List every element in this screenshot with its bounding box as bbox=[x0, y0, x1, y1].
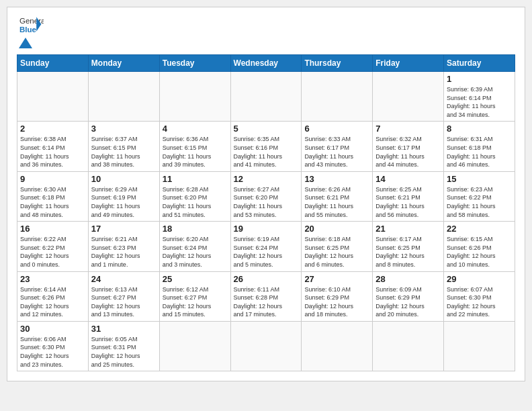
header-thursday: Thursday bbox=[302, 55, 373, 72]
calendar-cell: 13Sunrise: 6:26 AM Sunset: 6:21 PM Dayli… bbox=[302, 171, 373, 221]
calendar-cell: 10Sunrise: 6:29 AM Sunset: 6:19 PM Dayli… bbox=[88, 171, 159, 221]
day-number: 11 bbox=[163, 174, 228, 184]
calendar-cell: 23Sunrise: 6:14 AM Sunset: 6:26 PM Dayli… bbox=[17, 271, 89, 321]
day-info: Sunrise: 6:23 AM Sunset: 6:22 PM Dayligh… bbox=[447, 185, 512, 219]
day-number: 26 bbox=[234, 274, 299, 284]
day-info: Sunrise: 6:30 AM Sunset: 6:18 PM Dayligh… bbox=[20, 185, 85, 219]
day-number: 16 bbox=[20, 224, 85, 234]
day-info: Sunrise: 6:13 AM Sunset: 6:27 PM Dayligh… bbox=[91, 285, 157, 319]
day-info: Sunrise: 6:22 AM Sunset: 6:22 PM Dayligh… bbox=[20, 235, 85, 269]
calendar-cell: 24Sunrise: 6:13 AM Sunset: 6:27 PM Dayli… bbox=[88, 271, 159, 321]
day-info: Sunrise: 6:14 AM Sunset: 6:26 PM Dayligh… bbox=[20, 285, 85, 319]
calendar-cell: 6Sunrise: 6:33 AM Sunset: 6:17 PM Daylig… bbox=[302, 122, 373, 171]
day-info: Sunrise: 6:20 AM Sunset: 6:24 PM Dayligh… bbox=[163, 235, 228, 269]
calendar-cell: 16Sunrise: 6:22 AM Sunset: 6:22 PM Dayli… bbox=[17, 222, 89, 271]
day-number: 27 bbox=[304, 274, 369, 284]
day-info: Sunrise: 6:37 AM Sunset: 6:15 PM Dayligh… bbox=[91, 135, 157, 169]
day-info: Sunrise: 6:15 AM Sunset: 6:26 PM Dayligh… bbox=[447, 235, 512, 269]
calendar-cell: 12Sunrise: 6:27 AM Sunset: 6:20 PM Dayli… bbox=[230, 171, 302, 221]
day-number: 2 bbox=[20, 124, 85, 134]
calendar-cell: 31Sunrise: 6:05 AM Sunset: 6:31 PM Dayli… bbox=[88, 321, 159, 371]
calendar-cell: 17Sunrise: 6:21 AM Sunset: 6:23 PM Dayli… bbox=[88, 222, 159, 271]
calendar-cell bbox=[230, 321, 302, 371]
day-number: 15 bbox=[447, 174, 512, 184]
day-number: 1 bbox=[447, 74, 512, 84]
header-section: General Blue bbox=[17, 14, 515, 49]
day-number: 20 bbox=[304, 224, 369, 234]
calendar-cell: 27Sunrise: 6:10 AM Sunset: 6:29 PM Dayli… bbox=[302, 271, 373, 321]
calendar-cell bbox=[373, 321, 444, 371]
calendar-cell bbox=[302, 72, 373, 122]
calendar-cell: 30Sunrise: 6:06 AM Sunset: 6:30 PM Dayli… bbox=[17, 321, 89, 371]
day-info: Sunrise: 6:17 AM Sunset: 6:25 PM Dayligh… bbox=[375, 235, 441, 269]
calendar-cell: 14Sunrise: 6:25 AM Sunset: 6:21 PM Dayli… bbox=[373, 171, 444, 221]
day-number: 17 bbox=[91, 224, 157, 234]
calendar-cell: 25Sunrise: 6:12 AM Sunset: 6:27 PM Dayli… bbox=[159, 271, 230, 321]
calendar-cell: 2Sunrise: 6:38 AM Sunset: 6:14 PM Daylig… bbox=[17, 122, 89, 171]
calendar-cell: 20Sunrise: 6:18 AM Sunset: 6:25 PM Dayli… bbox=[302, 222, 373, 271]
calendar-cell bbox=[88, 72, 159, 122]
calendar-cell: 26Sunrise: 6:11 AM Sunset: 6:28 PM Dayli… bbox=[230, 271, 302, 321]
calendar-cell bbox=[159, 72, 230, 122]
svg-text:Blue: Blue bbox=[19, 26, 37, 34]
day-number: 12 bbox=[234, 174, 299, 184]
day-info: Sunrise: 6:09 AM Sunset: 6:29 PM Dayligh… bbox=[375, 285, 441, 319]
calendar-cell bbox=[17, 72, 89, 122]
calendar-cell: 1Sunrise: 6:39 AM Sunset: 6:14 PM Daylig… bbox=[444, 72, 515, 122]
day-number: 18 bbox=[163, 224, 228, 234]
calendar-cell: 29Sunrise: 6:07 AM Sunset: 6:30 PM Dayli… bbox=[444, 271, 515, 321]
calendar-cell: 11Sunrise: 6:28 AM Sunset: 6:20 PM Dayli… bbox=[159, 171, 230, 221]
day-number: 5 bbox=[234, 124, 299, 134]
day-number: 8 bbox=[447, 124, 512, 134]
day-info: Sunrise: 6:28 AM Sunset: 6:20 PM Dayligh… bbox=[163, 185, 228, 219]
calendar-cell: 3Sunrise: 6:37 AM Sunset: 6:15 PM Daylig… bbox=[88, 122, 159, 171]
day-info: Sunrise: 6:05 AM Sunset: 6:31 PM Dayligh… bbox=[91, 335, 157, 369]
logo-area: General Blue bbox=[17, 14, 44, 49]
header-monday: Monday bbox=[88, 55, 159, 72]
weekday-header-row: Sunday Monday Tuesday Wednesday Thursday… bbox=[17, 55, 515, 72]
calendar-cell bbox=[159, 321, 230, 371]
day-number: 13 bbox=[304, 174, 369, 184]
day-number: 24 bbox=[91, 274, 157, 284]
day-number: 28 bbox=[375, 274, 441, 284]
calendar-cell: 9Sunrise: 6:30 AM Sunset: 6:18 PM Daylig… bbox=[17, 171, 89, 221]
calendar-cell: 7Sunrise: 6:32 AM Sunset: 6:17 PM Daylig… bbox=[373, 122, 444, 171]
header-wednesday: Wednesday bbox=[230, 55, 302, 72]
day-info: Sunrise: 6:27 AM Sunset: 6:20 PM Dayligh… bbox=[234, 185, 299, 219]
calendar-cell bbox=[302, 321, 373, 371]
day-number: 31 bbox=[91, 324, 157, 334]
day-number: 9 bbox=[20, 174, 85, 184]
header-friday: Friday bbox=[373, 55, 444, 72]
svg-marker-3 bbox=[19, 38, 32, 48]
header-tuesday: Tuesday bbox=[159, 55, 230, 72]
day-info: Sunrise: 6:31 AM Sunset: 6:18 PM Dayligh… bbox=[447, 135, 512, 169]
day-info: Sunrise: 6:18 AM Sunset: 6:25 PM Dayligh… bbox=[304, 235, 369, 269]
day-number: 14 bbox=[375, 174, 441, 184]
day-info: Sunrise: 6:36 AM Sunset: 6:15 PM Dayligh… bbox=[163, 135, 228, 169]
day-info: Sunrise: 6:10 AM Sunset: 6:29 PM Dayligh… bbox=[304, 285, 369, 319]
day-number: 30 bbox=[20, 324, 85, 334]
day-number: 6 bbox=[304, 124, 369, 134]
calendar-cell bbox=[230, 72, 302, 122]
calendar-container: General Blue bbox=[7, 7, 525, 381]
day-number: 3 bbox=[91, 124, 157, 134]
calendar-cell bbox=[444, 321, 515, 371]
day-info: Sunrise: 6:11 AM Sunset: 6:28 PM Dayligh… bbox=[234, 285, 299, 319]
header-saturday: Saturday bbox=[444, 55, 515, 72]
day-info: Sunrise: 6:35 AM Sunset: 6:16 PM Dayligh… bbox=[234, 135, 299, 169]
day-info: Sunrise: 6:29 AM Sunset: 6:19 PM Dayligh… bbox=[91, 185, 157, 219]
day-info: Sunrise: 6:07 AM Sunset: 6:30 PM Dayligh… bbox=[447, 285, 512, 319]
day-number: 19 bbox=[234, 224, 299, 234]
calendar-cell: 21Sunrise: 6:17 AM Sunset: 6:25 PM Dayli… bbox=[373, 222, 444, 271]
day-number: 25 bbox=[163, 274, 228, 284]
day-info: Sunrise: 6:39 AM Sunset: 6:14 PM Dayligh… bbox=[447, 85, 512, 119]
day-info: Sunrise: 6:21 AM Sunset: 6:23 PM Dayligh… bbox=[91, 235, 157, 269]
day-number: 4 bbox=[163, 124, 228, 134]
day-info: Sunrise: 6:12 AM Sunset: 6:27 PM Dayligh… bbox=[163, 285, 228, 319]
calendar-cell: 15Sunrise: 6:23 AM Sunset: 6:22 PM Dayli… bbox=[444, 171, 515, 221]
day-number: 29 bbox=[447, 274, 512, 284]
day-number: 21 bbox=[375, 224, 441, 234]
day-number: 7 bbox=[375, 124, 441, 134]
calendar-cell: 19Sunrise: 6:19 AM Sunset: 6:24 PM Dayli… bbox=[230, 222, 302, 271]
calendar-cell: 18Sunrise: 6:20 AM Sunset: 6:24 PM Dayli… bbox=[159, 222, 230, 271]
